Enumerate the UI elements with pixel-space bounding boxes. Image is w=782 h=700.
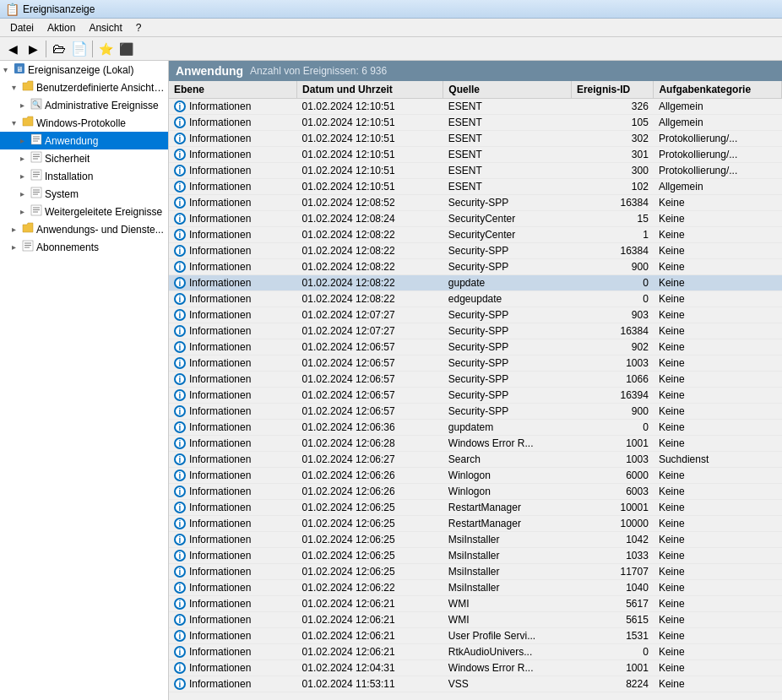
- sidebar-item-abonnements[interactable]: ▸Abonnements: [0, 238, 168, 256]
- cell-datum-29: 01.02.2024 12:06:25: [297, 564, 443, 580]
- table-row[interactable]: iInformationen01.02.2024 12:06:26Winlogo…: [169, 484, 782, 500]
- panel-title: Anwendung: [176, 64, 243, 78]
- cell-datum-34: 01.02.2024 12:06:21: [297, 644, 443, 660]
- table-row[interactable]: iInformationen01.02.2024 12:10:51ESENT32…: [169, 99, 782, 115]
- cell-quelle-32: WMI: [443, 612, 572, 628]
- table-row[interactable]: iInformationen01.02.2024 12:06:25MsiInst…: [169, 548, 782, 564]
- tree-label-anwendung: Anwendung: [45, 135, 98, 147]
- menu-item-aktion[interactable]: Aktion: [41, 20, 82, 35]
- filter-button[interactable]: ⬛: [117, 40, 135, 58]
- table-row[interactable]: iInformationen01.02.2024 12:07:27Securit…: [169, 307, 782, 323]
- table-row[interactable]: iInformationen01.02.2024 12:06:25Restart…: [169, 500, 782, 516]
- table-row[interactable]: iInformationen01.02.2024 12:08:22Securit…: [169, 227, 782, 243]
- info-icon-31: i: [174, 598, 186, 610]
- cell-aufgabe-36: Keine: [654, 676, 782, 692]
- table-row[interactable]: iInformationen01.02.2024 12:06:21WMI5617…: [169, 596, 782, 612]
- cell-aufgabe-2: Protokollierung/...: [654, 131, 782, 147]
- cell-quelle-36: VSS: [443, 676, 572, 692]
- table-row[interactable]: iInformationen01.02.2024 12:10:51ESENT30…: [169, 163, 782, 179]
- cell-aufgabe-20: Keine: [654, 420, 782, 436]
- col-header-quelle[interactable]: Quelle: [443, 81, 572, 99]
- col-header-id[interactable]: Ereignis-ID: [571, 81, 653, 99]
- cell-level-30: iInformationen: [169, 580, 297, 596]
- star-button[interactable]: ⭐: [96, 40, 115, 58]
- events-table[interactable]: EbeneDatum und UhrzeitQuelleEreignis-IDA…: [169, 81, 782, 700]
- cell-datum-9: 01.02.2024 12:08:22: [297, 243, 443, 259]
- menu-item-ansicht[interactable]: Ansicht: [82, 20, 128, 35]
- folder-view-button[interactable]: 🗁: [50, 40, 68, 58]
- sidebar-item-anwdienste[interactable]: ▸Anwendungs- und Dienste...: [0, 220, 168, 238]
- table-row[interactable]: iInformationen01.02.2024 12:06:25MsiInst…: [169, 532, 782, 548]
- tree-icon-anwdienste: [22, 222, 34, 236]
- cell-level-15: iInformationen: [169, 339, 297, 355]
- level-text-28: Informationen: [189, 550, 251, 562]
- table-row[interactable]: iInformationen01.02.2024 12:06:21RtkAudi…: [169, 644, 782, 660]
- table-row[interactable]: iInformationen01.02.2024 12:10:51ESENT30…: [169, 131, 782, 147]
- sidebar-item-benutz[interactable]: ▾Benutzerdefinierte Ansichten: [0, 79, 168, 96]
- table-row[interactable]: iInformationen01.02.2024 12:06:27Search1…: [169, 452, 782, 468]
- sidebar-item-root[interactable]: ▾🖥Ereignisanzeige (Lokal): [0, 61, 168, 79]
- table-row[interactable]: iInformationen01.02.2024 12:06:57Securit…: [169, 355, 782, 372]
- table-row[interactable]: iInformationen01.02.2024 12:10:51ESENT10…: [169, 115, 782, 131]
- cell-quelle-35: Windows Error R...: [443, 660, 572, 676]
- table-row[interactable]: iInformationen01.02.2024 12:08:24Securit…: [169, 211, 782, 227]
- tree-icon-winproto: [22, 116, 34, 130]
- table-row[interactable]: iInformationen01.02.2024 12:08:22Securit…: [169, 259, 782, 275]
- table-row[interactable]: iInformationen01.02.2024 12:06:21User Pr…: [169, 628, 782, 644]
- table-row[interactable]: iInformationen01.02.2024 12:04:31Windows…: [169, 660, 782, 676]
- cell-datum-32: 01.02.2024 12:06:21: [297, 612, 443, 628]
- table-row[interactable]: iInformationen01.02.2024 12:06:22MsiInst…: [169, 580, 782, 596]
- cell-level-5: iInformationen: [169, 179, 297, 195]
- menu-item-help[interactable]: ?: [129, 20, 149, 35]
- cell-quelle-28: MsiInstaller: [443, 548, 572, 564]
- col-header-aufgabe[interactable]: Aufgabenkategorie: [654, 81, 782, 99]
- tree-label-root: Ereignisanzeige (Lokal): [28, 64, 133, 76]
- level-text-26: Informationen: [189, 518, 251, 529]
- cell-id-7: 15: [571, 211, 653, 227]
- table-row[interactable]: iInformationen01.02.2024 12:06:28Windows…: [169, 436, 782, 452]
- right-panel: Anwendung Anzahl von Ereignissen: 6 936 …: [169, 61, 782, 700]
- table-row[interactable]: iInformationen01.02.2024 12:07:27Securit…: [169, 323, 782, 339]
- titlebar-icon: 📋: [5, 3, 19, 16]
- table-row[interactable]: iInformationen01.02.2024 12:08:22gupdate…: [169, 275, 782, 291]
- sidebar-item-installation[interactable]: ▸Installation: [0, 167, 168, 185]
- table-row[interactable]: iInformationen01.02.2024 12:06:25MsiInst…: [169, 564, 782, 580]
- list-view-button[interactable]: 📄: [70, 40, 89, 58]
- sidebar-item-sicherheit[interactable]: ▸Sicherheit: [0, 149, 168, 167]
- cell-quelle-21: Windows Error R...: [443, 436, 572, 452]
- sidebar-item-weitergeleitet[interactable]: ▸Weitergeleitete Ereignisse: [0, 203, 168, 220]
- table-row[interactable]: iInformationen01.02.2024 11:53:11VSS8224…: [169, 676, 782, 692]
- cell-level-7: iInformationen: [169, 211, 297, 227]
- menu-item-datei[interactable]: Datei: [3, 20, 41, 35]
- info-icon-16: i: [174, 357, 186, 369]
- table-row[interactable]: iInformationen01.02.2024 12:06:57Securit…: [169, 339, 782, 355]
- tree-label-system: System: [45, 188, 79, 200]
- cell-datum-19: 01.02.2024 12:06:57: [297, 404, 443, 420]
- table-row[interactable]: iInformationen01.02.2024 12:06:57Securit…: [169, 372, 782, 388]
- table-row[interactable]: iInformationen01.02.2024 12:06:36gupdate…: [169, 420, 782, 436]
- table-row[interactable]: iInformationen01.02.2024 12:06:57Securit…: [169, 404, 782, 420]
- table-row[interactable]: iInformationen01.02.2024 12:08:22edgeupd…: [169, 291, 782, 307]
- table-row[interactable]: iInformationen01.02.2024 12:06:26Winlogo…: [169, 468, 782, 484]
- sidebar-item-system[interactable]: ▸System: [0, 185, 168, 203]
- info-icon-6: i: [174, 197, 186, 209]
- cell-aufgabe-9: Keine: [654, 243, 782, 259]
- sidebar-item-admin[interactable]: ▸🔍Administrative Ereignisse: [0, 96, 168, 114]
- cell-quelle-6: Security-SPP: [443, 195, 572, 211]
- table-row[interactable]: iInformationen01.02.2024 12:06:21WMI5615…: [169, 612, 782, 628]
- back-button[interactable]: ◀: [3, 40, 22, 58]
- cell-aufgabe-11: Keine: [654, 275, 782, 291]
- sidebar-item-anwendung[interactable]: ▸Anwendung: [0, 132, 168, 149]
- table-row[interactable]: iInformationen01.02.2024 12:06:25Restart…: [169, 516, 782, 532]
- table-row[interactable]: iInformationen01.02.2024 12:10:51ESENT10…: [169, 179, 782, 195]
- svg-text:🔍: 🔍: [32, 100, 41, 108]
- table-row[interactable]: iInformationen01.02.2024 12:08:22Securit…: [169, 243, 782, 259]
- col-header-datum[interactable]: Datum und Uhrzeit: [297, 81, 443, 99]
- forward-button[interactable]: ▶: [24, 40, 42, 58]
- table-row[interactable]: iInformationen01.02.2024 12:06:57Securit…: [169, 388, 782, 404]
- tree-icon-installation: [30, 169, 42, 183]
- table-row[interactable]: iInformationen01.02.2024 12:10:51ESENT30…: [169, 147, 782, 163]
- table-row[interactable]: iInformationen01.02.2024 12:08:52Securit…: [169, 195, 782, 211]
- col-header-ebene[interactable]: Ebene: [169, 81, 297, 99]
- sidebar-item-winproto[interactable]: ▾Windows-Protokolle: [0, 114, 168, 132]
